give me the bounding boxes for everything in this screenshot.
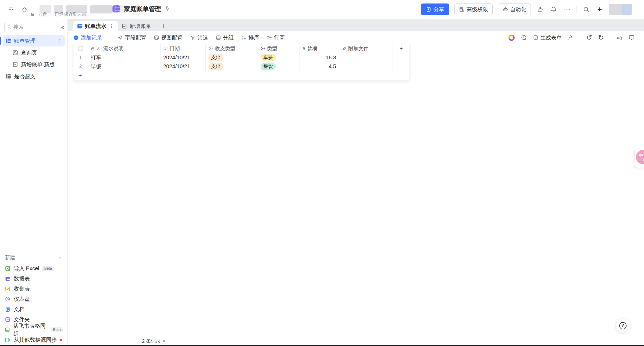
bitable-icon-gray [5, 73, 11, 79]
translate-button[interactable]: 中 A [636, 150, 644, 164]
history-icon[interactable] [521, 34, 527, 41]
cell-inout[interactable]: 支出 [206, 53, 258, 62]
sidebar-search[interactable] [4, 22, 58, 32]
search-icon[interactable] [582, 5, 590, 13]
item-menu-icon[interactable]: ⋮ [57, 38, 62, 44]
column-header-category[interactable]: 类型 [258, 44, 300, 53]
create-new-icon[interactable]: + [596, 5, 604, 13]
view-panel: 添加记录 字段配置 视图配置 筛选 分组 AZ 排序 [68, 31, 644, 336]
tab-bill-flow[interactable]: 账单流水 ⋮ [73, 21, 118, 31]
add-record-button[interactable]: 添加记录 [73, 34, 102, 41]
number-field-icon: # [303, 46, 305, 52]
cell-date[interactable]: 2024/10/21 [161, 53, 206, 62]
lock-icon [91, 46, 95, 51]
plus-icon: + [78, 72, 82, 79]
pin-icon[interactable] [164, 6, 170, 12]
create-item-dashboard[interactable]: 仪表盘 [0, 294, 67, 304]
new-feature-dot [60, 339, 62, 341]
cell-category[interactable]: 车费 [258, 53, 300, 62]
field-config-button[interactable]: 字段配置 [118, 34, 146, 41]
like-icon[interactable] [536, 5, 544, 13]
find-in-view-icon[interactable] [616, 34, 622, 41]
view-tabstrip: 账单流水 ⋮ 新增账单 + [68, 19, 644, 31]
create-item-datatable[interactable]: 数据表 [0, 273, 67, 284]
cell-attachment[interactable] [339, 53, 393, 62]
create-item-sync-datasource[interactable]: 从其他数据源同步 [0, 335, 67, 345]
create-item-doc[interactable]: 文档 [0, 304, 67, 314]
translate-zh-glyph: 中 [639, 153, 643, 158]
tab-new-bill[interactable]: 新增账单 [118, 21, 155, 31]
share-button[interactable]: 分享 [421, 3, 449, 15]
create-section-header[interactable]: 新建 [0, 252, 67, 263]
row-number-cell[interactable]: 2 [73, 62, 88, 71]
row-height-button[interactable]: 行高 [267, 34, 285, 41]
add-column-button[interactable]: + [393, 44, 410, 53]
cell-attachment[interactable] [339, 62, 393, 71]
topbar-divider [577, 6, 577, 13]
notification-bell-icon[interactable] [550, 5, 558, 13]
generate-form-button[interactable]: 生成表单 [533, 34, 562, 41]
toolbar-separator [580, 35, 580, 41]
cell-desc[interactable]: 打车 [88, 53, 161, 62]
cell-amount[interactable]: 16.3 [300, 53, 339, 62]
bitable-icon [5, 38, 11, 44]
single-select-icon [261, 46, 265, 51]
search-input[interactable] [13, 24, 55, 30]
sidebar-item-new-bill-form[interactable]: 新增账单 新版 [10, 59, 65, 70]
breadcrumb-location[interactable]: 云盘 [38, 11, 47, 17]
view-config-button[interactable]: 视图配置 [154, 34, 183, 41]
automation-button[interactable]: 自动化 [498, 3, 531, 15]
create-item-sync-sheet[interactable]: 从飞书表格同步 Beta [0, 325, 67, 335]
data-grid: A 流水说明 日期 收支类型 类型 # 款项 [73, 44, 410, 80]
column-header-amount[interactable]: # 款项 [300, 44, 339, 53]
excel-icon [5, 266, 10, 271]
extensions-ring-icon[interactable] [508, 35, 515, 41]
tab-label: 新增账单 [130, 23, 151, 30]
sidebar-item-bill-management[interactable]: 账单管理 ⋮ [3, 35, 65, 46]
option-badge: 车费 [261, 54, 276, 61]
add-view-icon[interactable]: + [162, 22, 166, 30]
view-toolbar: 添加记录 字段配置 视图配置 筛选 分组 AZ 排序 [68, 31, 644, 44]
collapse-sidebar-icon[interactable]: « [61, 23, 64, 31]
column-header-date[interactable]: 日期 [161, 44, 206, 53]
caret-down-icon[interactable]: ▾ [163, 339, 165, 344]
redacted-breadcrumb-item[interactable] [90, 5, 113, 13]
redo-icon[interactable]: ↻ [598, 34, 604, 41]
filter-button[interactable]: 筛选 [190, 34, 208, 41]
tab-label: 账单流水 [85, 23, 106, 30]
cell-desc[interactable]: 早饭 [88, 62, 161, 71]
create-item-label: 仪表盘 [14, 295, 30, 303]
sort-az-icon: AZ [241, 35, 247, 40]
share-view-icon[interactable] [568, 34, 574, 41]
form-icon [533, 35, 538, 40]
tab-menu-icon[interactable]: ⋮ [109, 23, 114, 29]
avatar[interactable] [609, 4, 632, 15]
cell-category[interactable]: 餐饮 [258, 62, 300, 71]
comment-icon[interactable] [628, 34, 635, 41]
sort-button[interactable]: AZ 排序 [241, 34, 259, 41]
column-header-inout-type[interactable]: 收支类型 [206, 44, 258, 53]
cell-amount[interactable]: 4.5 [300, 62, 339, 71]
sidebar-item-query-page[interactable]: 查询页 [10, 47, 65, 58]
row-number-cell[interactable]: 1 [73, 53, 88, 62]
home-icon[interactable] [20, 5, 29, 13]
more-menu-icon[interactable]: ··· [563, 8, 571, 11]
sidebar-toggle-icon[interactable] [7, 5, 15, 13]
select-all-checkbox[interactable] [78, 46, 83, 51]
undo-icon[interactable]: ↺ [586, 34, 592, 41]
group-button[interactable]: 分组 [216, 34, 234, 41]
record-count[interactable]: 2 条记录 [142, 338, 161, 344]
topbar: 家庭账单管理 云盘 | 已经保存到云端 分享 高级权限 自动化 · [0, 0, 644, 19]
column-header-attachment[interactable]: 附加文件 [339, 44, 393, 53]
add-record-row[interactable]: + [73, 71, 410, 80]
sidebar-item-overspend[interactable]: 是否超支 [3, 71, 65, 82]
create-item-import-excel[interactable]: 导入 Excel Beta [0, 263, 67, 273]
column-header-desc[interactable]: A 流水说明 [88, 44, 161, 53]
advanced-permission-button[interactable]: 高级权限 [454, 3, 493, 15]
cell-inout[interactable]: 支出 [206, 62, 258, 71]
cell-date[interactable]: 2024/10/21 [161, 62, 206, 71]
create-item-collect-form[interactable]: 收集表 [0, 284, 67, 294]
help-button[interactable]: ? [616, 319, 630, 333]
cloud-folder-icon [30, 12, 35, 17]
status-bar: 2 条记录 ▾ [68, 336, 644, 346]
